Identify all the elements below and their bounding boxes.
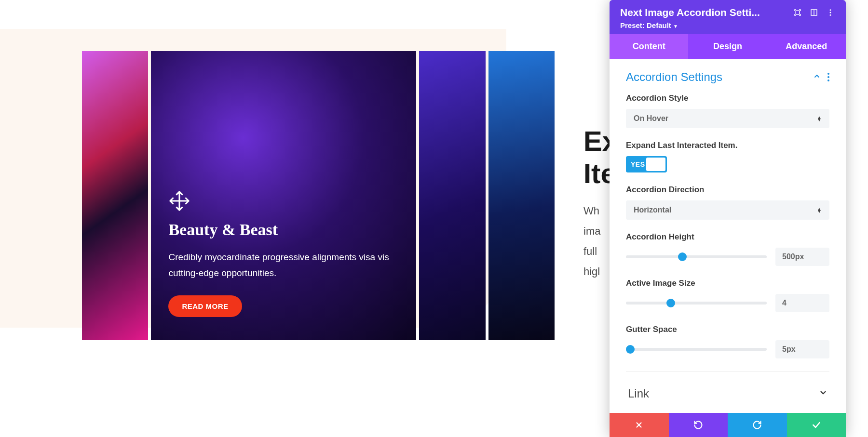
- caret-down-icon: ▼: [673, 24, 678, 29]
- save-button[interactable]: [787, 413, 846, 437]
- input-active-image-size[interactable]: 4: [775, 294, 829, 312]
- undo-button[interactable]: [669, 413, 728, 437]
- accordion-image: [82, 51, 148, 340]
- move-icon: [168, 190, 190, 212]
- panel-title: Next Image Accordion Setti...: [620, 7, 786, 18]
- slider-gutter-space[interactable]: [626, 348, 767, 351]
- field-accordion-direction: Accordion Direction Horizontal ▲▼: [626, 185, 829, 220]
- responsive-icon[interactable]: [809, 8, 819, 17]
- slider-thumb[interactable]: [626, 345, 635, 354]
- section-header-accordion-settings[interactable]: Accordion Settings: [626, 70, 829, 84]
- accordion-item-3[interactable]: [419, 51, 485, 340]
- slider-active-image-size[interactable]: [626, 302, 767, 305]
- accordion-image: [488, 51, 555, 340]
- svg-point-3: [830, 9, 831, 11]
- svg-point-4: [830, 12, 831, 13]
- settings-panel: Next Image Accordion Setti... Preset: De…: [610, 0, 846, 437]
- accordion-item-4[interactable]: [488, 51, 555, 340]
- panel-body: Accordion Settings Accordion Style On Ho…: [610, 59, 846, 413]
- select-caret-icon: ▲▼: [817, 116, 822, 121]
- panel-header: Next Image Accordion Setti... Preset: De…: [610, 0, 846, 34]
- accordion-item-1[interactable]: [82, 51, 148, 340]
- overlay-title: Beauty & Beast: [168, 221, 399, 239]
- kebab-menu-icon[interactable]: [826, 8, 835, 17]
- slider-thumb[interactable]: [678, 252, 687, 261]
- image-accordion-preview[interactable]: Beauty & Beast Credibly myocardinate pro…: [82, 51, 555, 340]
- tab-content[interactable]: Content: [610, 34, 688, 59]
- read-more-button[interactable]: READ MORE: [168, 295, 242, 317]
- select-accordion-direction[interactable]: Horizontal ▲▼: [626, 200, 829, 220]
- select-accordion-style[interactable]: On Hover ▲▼: [626, 109, 829, 128]
- overlay-description: Credibly myocardinate progressive alignm…: [168, 250, 390, 281]
- field-accordion-style: Accordion Style On Hover ▲▼: [626, 93, 829, 128]
- input-gutter-space[interactable]: 5px: [775, 340, 829, 358]
- slider-accordion-height[interactable]: [626, 255, 767, 258]
- svg-point-5: [830, 14, 831, 16]
- input-accordion-height[interactable]: 500px: [775, 248, 829, 266]
- panel-footer: [610, 413, 846, 437]
- tab-advanced[interactable]: Advanced: [767, 34, 846, 59]
- cancel-button[interactable]: [610, 413, 669, 437]
- field-gutter-space: Gutter Space 5px: [626, 325, 829, 358]
- field-active-image-size: Active Image Size 4: [626, 278, 829, 312]
- section-kebab-icon[interactable]: [827, 73, 829, 81]
- select-caret-icon: ▲▼: [817, 208, 822, 212]
- accordion-image: [419, 51, 485, 340]
- divider: [626, 371, 829, 371]
- redo-button[interactable]: [728, 413, 787, 437]
- chevron-down-icon: [819, 388, 827, 399]
- field-accordion-height: Accordion Height 500px: [626, 232, 829, 266]
- toggle-expand-last[interactable]: YES: [626, 156, 667, 172]
- accordion-overlay: Beauty & Beast Credibly myocardinate pro…: [151, 171, 416, 340]
- panel-tabs: Content Design Advanced: [610, 34, 846, 59]
- field-expand-last: Expand Last Interacted Item. YES: [626, 141, 829, 172]
- tab-design[interactable]: Design: [688, 34, 767, 59]
- expand-icon[interactable]: [793, 8, 802, 17]
- accordion-item-2-active[interactable]: Beauty & Beast Credibly myocardinate pro…: [151, 51, 416, 340]
- slider-thumb[interactable]: [666, 299, 675, 307]
- section-header-link[interactable]: Link: [626, 380, 829, 407]
- svg-rect-0: [796, 11, 800, 14]
- preset-selector[interactable]: Preset: Default▼: [620, 21, 835, 29]
- chevron-up-icon[interactable]: [813, 72, 821, 82]
- panel-scroll[interactable]: Accordion Settings Accordion Style On Ho…: [610, 59, 846, 413]
- toggle-knob: [646, 158, 665, 171]
